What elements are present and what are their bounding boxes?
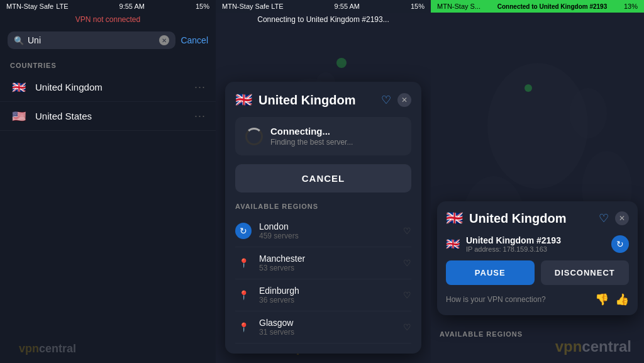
server-info-row: 🇬🇧 United Kingdom #2193 IP address: 178.…	[446, 235, 629, 253]
server-ip: IP address: 178.159.3.163	[466, 245, 611, 253]
glasgow-name: Glasgow	[259, 318, 403, 328]
london-servers: 459 servers	[259, 232, 403, 240]
network-panel2: LTE	[271, 3, 283, 10]
connecting-banner: Connecting to United Kingdom #2193...	[216, 13, 431, 26]
country-item-uk[interactable]: 🇬🇧 United Kingdom ···	[0, 73, 216, 102]
svg-point-14	[525, 84, 532, 92]
network-panel1: LTE	[56, 3, 68, 10]
us-more-icon[interactable]: ···	[194, 109, 206, 123]
search-bar: 🔍 ✕ Cancel	[0, 26, 216, 54]
modal-uk-flag: 🇬🇧	[235, 92, 252, 108]
connecting-status-box: Connecting... Finding the best server...	[235, 117, 411, 155]
search-icon: 🔍	[14, 36, 24, 45]
glasgow-region-icon: 📍	[235, 319, 252, 335]
us-flag: 🇺🇸	[10, 110, 28, 123]
edinburgh-servers: 36 servers	[259, 296, 403, 304]
favorite-icon[interactable]: ♡	[381, 93, 391, 107]
uk-connecting-modal: 🇬🇧 United Kingdom ♡ ✕ Connecting... Find…	[225, 82, 421, 354]
connecting-subtitle: Finding the best server...	[270, 138, 353, 147]
feedback-row: How is your VPN connection? 👎 👍	[446, 293, 629, 306]
connected-modal-header: 🇬🇧 United Kingdom ♡ ✕	[446, 210, 629, 226]
logo-panel1: vpncentral	[19, 342, 76, 355]
available-regions-label: AVAILABLE REGIONS	[235, 203, 411, 215]
carrier-panel2: MTN-Stay Safe	[222, 3, 269, 10]
country-item-us[interactable]: 🇺🇸 United States ···	[0, 102, 216, 131]
london-favorite-icon[interactable]: ♡	[403, 226, 411, 236]
manchester-name: Manchester	[259, 254, 403, 264]
svg-point-8	[336, 58, 347, 68]
connecting-title: Connecting...	[270, 126, 353, 137]
panel-search: MTN-Stay Safe LTE 9:55 AM 15% VPN not co…	[0, 0, 216, 363]
region-london[interactable]: ↻ London 459 servers ♡	[235, 215, 411, 247]
time-panel2: 9:55 AM	[335, 3, 360, 10]
manchester-region-icon: 📍	[235, 255, 252, 271]
svg-point-13	[569, 88, 607, 138]
thumbs-up-icon[interactable]: 👍	[615, 293, 629, 306]
region-manchester[interactable]: 📍 Manchester 53 servers ♡	[235, 247, 411, 279]
server-name: United Kingdom #2193	[466, 235, 611, 245]
uk-more-icon[interactable]: ···	[194, 81, 206, 94]
time-panel1: 9:55 AM	[119, 3, 145, 10]
glasgow-favorite-icon[interactable]: ♡	[403, 322, 411, 332]
region-edinburgh[interactable]: 📍 Edinburgh 36 servers ♡	[235, 279, 411, 311]
modal-country-title: United Kingdom	[258, 93, 355, 108]
battery-panel3: 13%	[624, 3, 638, 10]
edinburgh-region-icon: 📍	[235, 287, 252, 303]
carrier-panel1: MTN-Stay Safe	[6, 3, 53, 10]
search-cancel-button[interactable]: Cancel	[180, 35, 208, 45]
connected-status-text: Connected to United Kingdom #2193	[497, 3, 607, 10]
modal-header: 🇬🇧 United Kingdom ♡ ✕	[235, 92, 411, 108]
pause-vpn-button[interactable]: PAUSE	[446, 260, 535, 285]
carrier-panel3: MTN-Stay S...	[437, 3, 480, 10]
connected-favorite-icon[interactable]: ♡	[599, 211, 609, 225]
status-bar-panel1: MTN-Stay Safe LTE 9:55 AM 15%	[0, 0, 216, 13]
search-input-wrap: 🔍 ✕	[8, 31, 175, 49]
thumbs-down-icon[interactable]: 👎	[595, 293, 609, 306]
vpn-action-buttons: PAUSE DISCONNECT	[446, 260, 629, 285]
refresh-server-button[interactable]: ↻	[611, 235, 629, 253]
feedback-question: How is your VPN connection?	[446, 295, 546, 304]
battery-panel1: 15%	[196, 3, 209, 10]
london-name: London	[259, 221, 403, 232]
edinburgh-name: Edinburgh	[259, 286, 403, 296]
connected-modal: 🇬🇧 United Kingdom ♡ ✕ 🇬🇧 United Kingdom …	[437, 201, 638, 315]
glasgow-servers: 31 servers	[259, 328, 403, 337]
region-glasgow[interactable]: 📍 Glasgow 31 servers ♡	[235, 311, 411, 343]
uk-flag: 🇬🇧	[10, 81, 28, 94]
server-country-flag: 🇬🇧	[446, 237, 460, 251]
connected-modal-title: United Kingdom	[469, 211, 566, 226]
connected-close-icon[interactable]: ✕	[615, 211, 629, 225]
us-country-name: United States	[35, 111, 194, 121]
manchester-servers: 53 servers	[259, 264, 403, 272]
vpn-not-connected-status: VPN not connected	[0, 13, 216, 26]
clear-search-icon[interactable]: ✕	[159, 35, 169, 45]
panel-connecting: MTN-Stay Safe LTE 9:55 AM 15% Connecting…	[216, 0, 431, 363]
status-bar-panel2: MTN-Stay Safe LTE 9:55 AM 15%	[216, 0, 431, 13]
uk-country-name: United Kingdom	[35, 82, 194, 92]
manchester-favorite-icon[interactable]: ♡	[403, 258, 411, 268]
battery-panel2: 15%	[411, 3, 425, 10]
status-bar-panel3: MTN-Stay S... Connected to United Kingdo…	[431, 0, 644, 13]
available-regions-label-3: AVAILABLE REGIONS	[440, 330, 523, 338]
connecting-spinner	[245, 128, 263, 145]
connected-modal-flag: 🇬🇧	[446, 210, 463, 226]
search-input[interactable]	[28, 35, 155, 45]
panel-connected: MTN-Stay S... Connected to United Kingdo…	[431, 0, 644, 363]
countries-label: COUNTRIES	[0, 54, 216, 73]
close-modal-icon[interactable]: ✕	[397, 93, 411, 107]
logo-panel3: vpncentral	[555, 338, 631, 355]
disconnect-vpn-button[interactable]: DISCONNECT	[541, 260, 630, 285]
cancel-connection-button[interactable]: CANCEL	[235, 164, 411, 193]
london-region-icon: ↻	[235, 223, 252, 239]
edinburgh-favorite-icon[interactable]: ♡	[403, 290, 411, 300]
